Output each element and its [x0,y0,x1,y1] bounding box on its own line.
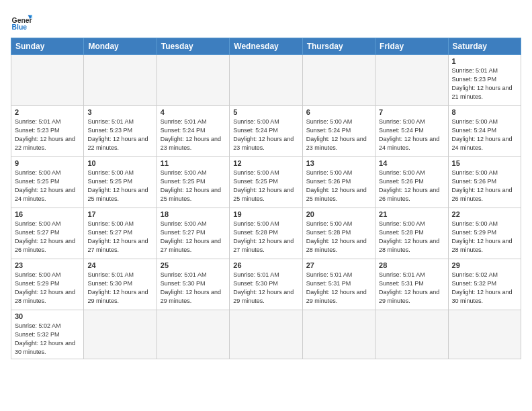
calendar-cell: 15 Sunrise: 5:00 AMSunset: 5:26 PMDaylig… [448,157,521,208]
calendar-cell [157,55,229,106]
calendar-cell [84,55,157,106]
svg-text:Blue: Blue [12,24,28,31]
calendar-cell: 18 Sunrise: 5:00 AMSunset: 5:27 PMDaylig… [157,208,229,259]
header: General Blue [11,11,521,32]
day-number: 9 [15,159,80,167]
header-sunday: Sunday [11,38,84,55]
day-number: 7 [379,108,444,116]
calendar-cell: 19 Sunrise: 5:00 AMSunset: 5:28 PMDaylig… [230,208,302,259]
day-number: 11 [161,159,226,167]
calendar-cell [230,55,302,106]
day-number: 30 [15,312,80,320]
header-wednesday: Wednesday [230,38,302,55]
weekday-header-row: Sunday Monday Tuesday Wednesday Thursday… [11,38,521,55]
calendar-week-4: 16 Sunrise: 5:00 AMSunset: 5:27 PMDaylig… [11,208,521,259]
calendar-cell: 21 Sunrise: 5:00 AMSunset: 5:28 PMDaylig… [375,208,448,259]
calendar-cell [375,310,448,359]
day-number: 15 [452,159,517,167]
calendar-week-6: 30 Sunrise: 5:02 AMSunset: 5:32 PMDaylig… [11,310,521,359]
calendar-week-5: 23 Sunrise: 5:00 AMSunset: 5:29 PMDaylig… [11,259,521,310]
calendar-cell: 11 Sunrise: 5:00 AMSunset: 5:25 PMDaylig… [157,157,229,208]
calendar-cell [84,310,157,359]
calendar-cell [302,55,375,106]
header-thursday: Thursday [302,38,375,55]
day-info: Sunrise: 5:01 AMSunset: 5:24 PMDaylight:… [161,118,221,151]
day-number: 20 [306,210,371,218]
calendar-cell [302,310,375,359]
calendar-cell: 7 Sunrise: 5:00 AMSunset: 5:24 PMDayligh… [375,106,448,157]
day-number: 14 [379,159,444,167]
calendar-cell: 20 Sunrise: 5:00 AMSunset: 5:28 PMDaylig… [302,208,375,259]
day-info: Sunrise: 5:01 AMSunset: 5:31 PMDaylight:… [306,271,367,304]
calendar-cell: 1 Sunrise: 5:01 AMSunset: 5:23 PMDayligh… [448,55,521,106]
day-info: Sunrise: 5:01 AMSunset: 5:30 PMDaylight:… [233,271,294,304]
day-info: Sunrise: 5:01 AMSunset: 5:31 PMDaylight:… [379,271,439,304]
day-number: 25 [161,261,226,269]
day-info: Sunrise: 5:00 AMSunset: 5:24 PMDaylight:… [452,118,513,151]
calendar: Sunday Monday Tuesday Wednesday Thursday… [11,38,521,359]
header-friday: Friday [375,38,448,55]
calendar-cell: 25 Sunrise: 5:01 AMSunset: 5:30 PMDaylig… [157,259,229,310]
day-info: Sunrise: 5:00 AMSunset: 5:24 PMDaylight:… [233,118,294,151]
calendar-cell: 4 Sunrise: 5:01 AMSunset: 5:24 PMDayligh… [157,106,229,157]
calendar-cell: 3 Sunrise: 5:01 AMSunset: 5:23 PMDayligh… [84,106,157,157]
calendar-cell [448,310,521,359]
day-info: Sunrise: 5:01 AMSunset: 5:23 PMDaylight:… [87,118,148,151]
day-info: Sunrise: 5:00 AMSunset: 5:26 PMDaylight:… [379,169,439,202]
day-number: 27 [306,261,371,269]
calendar-week-1: 1 Sunrise: 5:01 AMSunset: 5:23 PMDayligh… [11,55,521,106]
header-saturday: Saturday [448,38,521,55]
day-info: Sunrise: 5:01 AMSunset: 5:23 PMDaylight:… [15,118,75,151]
day-info: Sunrise: 5:00 AMSunset: 5:25 PMDaylight:… [87,169,148,202]
day-info: Sunrise: 5:00 AMSunset: 5:24 PMDaylight:… [306,118,367,151]
day-info: Sunrise: 5:01 AMSunset: 5:30 PMDaylight:… [161,271,221,304]
day-number: 19 [233,210,298,218]
day-number: 12 [233,159,298,167]
day-number: 13 [306,159,371,167]
day-number: 18 [161,210,226,218]
calendar-cell [11,55,84,106]
day-info: Sunrise: 5:00 AMSunset: 5:27 PMDaylight:… [87,220,148,253]
day-number: 8 [452,108,517,116]
logo-icon: General Blue [11,11,32,32]
day-info: Sunrise: 5:00 AMSunset: 5:28 PMDaylight:… [379,220,439,253]
calendar-week-2: 2 Sunrise: 5:01 AMSunset: 5:23 PMDayligh… [11,106,521,157]
calendar-cell [375,55,448,106]
calendar-cell: 27 Sunrise: 5:01 AMSunset: 5:31 PMDaylig… [302,259,375,310]
calendar-cell: 23 Sunrise: 5:00 AMSunset: 5:29 PMDaylig… [11,259,84,310]
day-number: 22 [452,210,517,218]
header-tuesday: Tuesday [157,38,229,55]
day-info: Sunrise: 5:00 AMSunset: 5:25 PMDaylight:… [233,169,294,202]
day-info: Sunrise: 5:00 AMSunset: 5:27 PMDaylight:… [15,220,75,253]
day-number: 2 [15,108,80,116]
calendar-cell: 26 Sunrise: 5:01 AMSunset: 5:30 PMDaylig… [230,259,302,310]
calendar-cell: 2 Sunrise: 5:01 AMSunset: 5:23 PMDayligh… [11,106,84,157]
calendar-week-3: 9 Sunrise: 5:00 AMSunset: 5:25 PMDayligh… [11,157,521,208]
day-info: Sunrise: 5:00 AMSunset: 5:28 PMDaylight:… [233,220,294,253]
calendar-cell: 13 Sunrise: 5:00 AMSunset: 5:26 PMDaylig… [302,157,375,208]
day-number: 3 [87,108,152,116]
page: General Blue Sunday Monday Tuesday Wedne… [0,0,532,411]
calendar-cell [230,310,302,359]
header-monday: Monday [84,38,157,55]
day-number: 4 [161,108,226,116]
day-number: 26 [233,261,298,269]
day-number: 17 [87,210,152,218]
day-info: Sunrise: 5:00 AMSunset: 5:27 PMDaylight:… [161,220,221,253]
day-number: 28 [379,261,444,269]
day-number: 21 [379,210,444,218]
day-info: Sunrise: 5:00 AMSunset: 5:24 PMDaylight:… [379,118,439,151]
day-info: Sunrise: 5:01 AMSunset: 5:30 PMDaylight:… [87,271,148,304]
calendar-cell: 17 Sunrise: 5:00 AMSunset: 5:27 PMDaylig… [84,208,157,259]
logo: General Blue [11,11,32,32]
svg-text:General: General [12,17,32,24]
calendar-cell: 30 Sunrise: 5:02 AMSunset: 5:32 PMDaylig… [11,310,84,359]
day-number: 6 [306,108,371,116]
calendar-cell: 9 Sunrise: 5:00 AMSunset: 5:25 PMDayligh… [11,157,84,208]
day-number: 5 [233,108,298,116]
day-info: Sunrise: 5:02 AMSunset: 5:32 PMDaylight:… [452,271,513,304]
calendar-cell: 29 Sunrise: 5:02 AMSunset: 5:32 PMDaylig… [448,259,521,310]
day-number: 10 [87,159,152,167]
day-info: Sunrise: 5:00 AMSunset: 5:29 PMDaylight:… [15,271,75,304]
day-info: Sunrise: 5:00 AMSunset: 5:26 PMDaylight:… [452,169,513,202]
